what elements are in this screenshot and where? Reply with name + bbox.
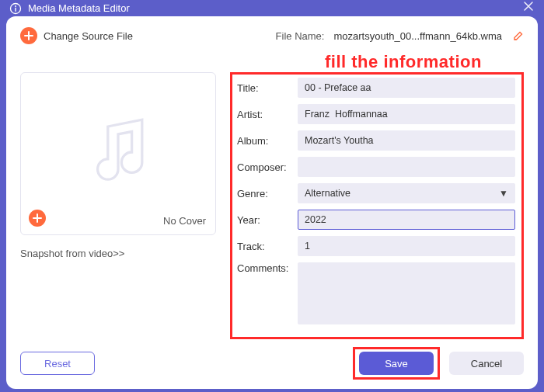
- artist-input[interactable]: [298, 104, 515, 124]
- year-label: Year:: [237, 214, 298, 226]
- titlebar: Media Metadata Editor: [0, 0, 544, 16]
- footer: Reset Save Cancel: [20, 347, 524, 380]
- add-cover-button[interactable]: [29, 210, 46, 227]
- window-title: Media Metadata Editor: [28, 2, 130, 14]
- metadata-form: Title: Artist: Album: Composer: Genre: A…: [230, 72, 524, 339]
- track-label: Track:: [237, 241, 298, 252]
- svg-rect-2: [15, 7, 16, 11]
- track-input[interactable]: [298, 236, 515, 256]
- info-icon: [9, 2, 22, 15]
- comments-input[interactable]: [298, 262, 515, 324]
- filename-value: mozartsyouth_00...ffmann_64kb.wma: [333, 30, 502, 42]
- save-button[interactable]: Save: [359, 352, 434, 375]
- composer-label: Composer:: [237, 161, 298, 173]
- genre-selected-value: Alternative: [305, 188, 350, 199]
- album-input[interactable]: [298, 130, 515, 151]
- body: No Cover Snapshot from video>> Title: Ar…: [20, 72, 524, 339]
- main-panel: Change Source File File Name: mozartsyou…: [6, 16, 538, 389]
- edit-filename-icon[interactable]: [513, 30, 524, 41]
- year-input[interactable]: [298, 210, 515, 230]
- chevron-down-icon: ▼: [499, 188, 508, 199]
- comments-label: Comments:: [237, 262, 298, 274]
- music-note-icon: [75, 109, 161, 198]
- reset-button[interactable]: Reset: [20, 352, 95, 375]
- snapshot-link[interactable]: Snapshot from video>>: [20, 248, 216, 259]
- no-cover-label: No Cover: [163, 215, 206, 227]
- album-label: Album:: [237, 135, 298, 147]
- title-label: Title:: [237, 82, 298, 94]
- top-row: Change Source File File Name: mozartsyou…: [20, 27, 524, 44]
- title-input[interactable]: [298, 78, 515, 98]
- change-source-button[interactable]: [20, 27, 37, 44]
- composer-input[interactable]: [298, 157, 515, 177]
- cover-column: No Cover Snapshot from video>>: [20, 72, 216, 339]
- genre-select[interactable]: Alternative ▼: [298, 183, 515, 203]
- cancel-button[interactable]: Cancel: [449, 352, 524, 375]
- annotation-callout: fill the information: [325, 52, 482, 72]
- change-source-label: Change Source File: [44, 30, 133, 42]
- save-highlight: Save: [353, 347, 440, 380]
- close-icon[interactable]: [522, 0, 535, 16]
- svg-point-1: [15, 5, 16, 7]
- artist-label: Artist:: [237, 109, 298, 120]
- cover-art-box: No Cover: [20, 72, 216, 235]
- filename-label: File Name:: [276, 30, 325, 42]
- genre-label: Genre:: [237, 188, 298, 199]
